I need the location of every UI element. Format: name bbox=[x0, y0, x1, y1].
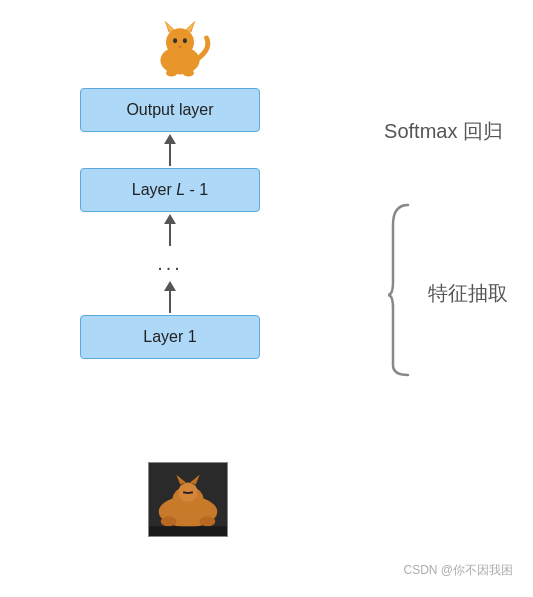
softmax-label: Softmax 回归 bbox=[384, 118, 503, 145]
output-layer-label: Output layer bbox=[126, 101, 213, 118]
svg-point-6 bbox=[173, 38, 177, 43]
layer-l-minus-1-label: Layer L - 1 bbox=[132, 181, 209, 198]
svg-point-19 bbox=[161, 517, 177, 527]
arrow-head-3 bbox=[164, 281, 176, 291]
arrow-layer1-to-dots bbox=[164, 281, 176, 313]
arrow-l1-to-output bbox=[164, 134, 176, 166]
layer-1-box: Layer 1 bbox=[80, 315, 260, 359]
watermark: CSDN @你不因我困 bbox=[403, 562, 513, 579]
features-label: 特征抽取 bbox=[428, 280, 508, 307]
diagram-container: Output layer Layer L - 1 ... Layer 1 bbox=[0, 0, 533, 597]
input-cat-image bbox=[148, 462, 228, 537]
arrow-line-1 bbox=[169, 144, 171, 166]
layer-1-label: Layer 1 bbox=[143, 328, 196, 345]
svg-point-7 bbox=[183, 38, 187, 43]
svg-line-17 bbox=[183, 492, 188, 493]
cat-output-icon bbox=[145, 10, 215, 80]
arrow-line-2 bbox=[169, 224, 171, 246]
layer-l-minus-1-box: Layer L - 1 bbox=[80, 168, 260, 212]
svg-rect-21 bbox=[149, 526, 227, 536]
layers-column: Output layer Layer L - 1 ... Layer 1 bbox=[70, 88, 270, 359]
output-layer-box: Output layer bbox=[80, 88, 260, 132]
svg-point-9 bbox=[166, 70, 177, 77]
svg-point-20 bbox=[200, 517, 216, 527]
arrow-dots-to-l1 bbox=[164, 214, 176, 246]
curly-brace-icon bbox=[388, 200, 418, 380]
dots-separator: ... bbox=[157, 252, 183, 275]
arrow-head-1 bbox=[164, 134, 176, 144]
svg-point-10 bbox=[183, 70, 194, 77]
svg-point-1 bbox=[166, 28, 194, 56]
svg-line-18 bbox=[188, 492, 193, 493]
arrow-line-3 bbox=[169, 291, 171, 313]
arrow-head-2 bbox=[164, 214, 176, 224]
